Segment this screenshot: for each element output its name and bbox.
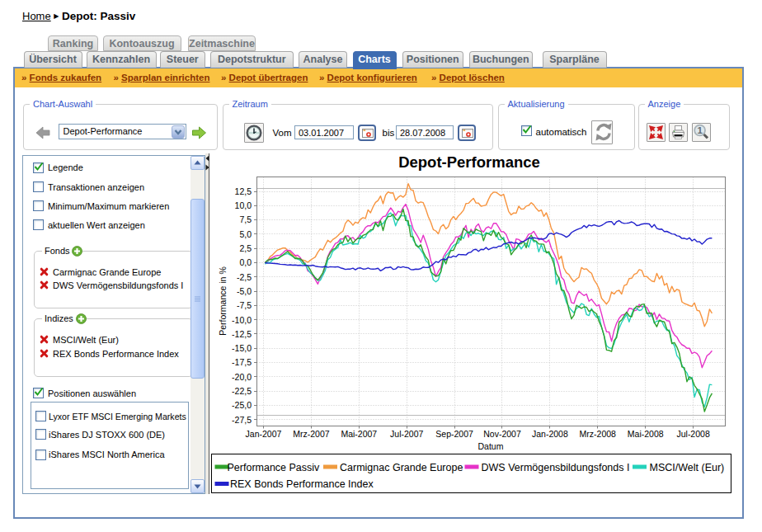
svg-text:Datum: Datum: [478, 441, 504, 451]
svg-text:10,0: 10,0: [235, 200, 252, 210]
svg-text:Sep-2007: Sep-2007: [435, 429, 473, 439]
svg-text:-15,0: -15,0: [232, 343, 252, 353]
svg-text:7,5: 7,5: [239, 214, 252, 224]
svg-text:5,0: 5,0: [239, 229, 252, 239]
svg-text:12,5: 12,5: [235, 186, 252, 196]
svg-text:Performance Passiv: Performance Passiv: [228, 462, 321, 473]
svg-text:-25,0: -25,0: [232, 400, 252, 410]
svg-text:Nov-2007: Nov-2007: [483, 429, 521, 439]
svg-text:-17,5: -17,5: [232, 357, 252, 367]
svg-text:Carmignac Grande Europe: Carmignac Grande Europe: [340, 462, 463, 473]
svg-text:-20,0: -20,0: [232, 372, 252, 382]
svg-text:-22,5: -22,5: [232, 386, 252, 396]
svg-text:-7,5: -7,5: [237, 300, 252, 310]
svg-text:Jul-2007: Jul-2007: [390, 429, 423, 439]
svg-text:-27,5: -27,5: [232, 415, 252, 425]
svg-text:0,0: 0,0: [239, 257, 252, 267]
svg-text:Jan-2008: Jan-2008: [532, 429, 568, 439]
svg-text:Mai-2008: Mai-2008: [628, 429, 664, 439]
svg-text:-10,0: -10,0: [232, 315, 252, 325]
svg-text:Jul-2008: Jul-2008: [676, 429, 709, 439]
svg-text:Mai-2007: Mai-2007: [341, 429, 377, 439]
svg-text:REX Bonds Performance Index: REX Bonds Performance Index: [230, 478, 374, 490]
svg-text:DWS Vermögensbildungsfonds I: DWS Vermögensbildungsfonds I: [482, 462, 630, 473]
svg-text:Performance in %: Performance in %: [218, 266, 228, 335]
svg-text:MSCI/Welt (Eur): MSCI/Welt (Eur): [650, 462, 725, 473]
svg-text:-5,0: -5,0: [237, 286, 252, 296]
svg-text:-2,5: -2,5: [237, 272, 252, 282]
svg-text:Depot-Performance: Depot-Performance: [398, 153, 540, 171]
svg-text:Mrz-2007: Mrz-2007: [293, 429, 330, 439]
svg-text:Jan-2007: Jan-2007: [246, 429, 282, 439]
svg-text:-12,5: -12,5: [232, 329, 252, 339]
svg-text:Mrz-2008: Mrz-2008: [580, 429, 617, 439]
svg-text:2,5: 2,5: [239, 243, 252, 253]
